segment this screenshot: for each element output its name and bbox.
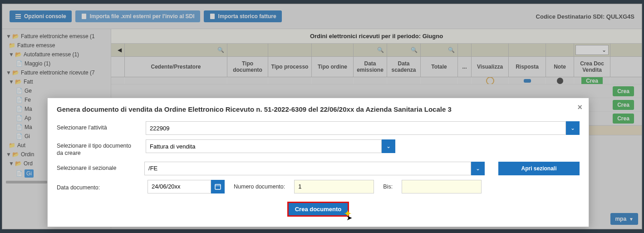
search-icon: 🔍 — [411, 47, 418, 53]
col-dots[interactable]: ... — [458, 57, 472, 77]
label-attivita: Selezionare l'attività — [57, 121, 138, 131]
crea-button[interactable]: Crea — [581, 77, 603, 84]
search-icon: 🔍 — [377, 47, 384, 53]
sdi-code-label: Codice Destinatario SDI: QULXG4S — [536, 13, 634, 20]
close-icon[interactable]: × — [577, 103, 582, 112]
create-document-button[interactable]: Crea documento — [287, 202, 349, 217]
activity-dropdown-button[interactable]: ⌄ — [566, 121, 580, 135]
import-xml-button[interactable]: Importa file .xml esterni per l'invio al… — [75, 10, 200, 22]
file-icon — [209, 13, 216, 20]
activity-select[interactable] — [146, 121, 566, 135]
col-tipo[interactable]: Tipo documento — [227, 57, 268, 77]
chevron-down-icon: ⌄ — [570, 125, 575, 131]
col-tot[interactable]: Totale — [421, 57, 458, 77]
col-note[interactable]: Note — [546, 57, 574, 77]
label-tipodoc: Selezionare il tipo documento da creare — [57, 139, 138, 157]
filter-risp — [509, 44, 546, 56]
tree-ge[interactable]: 📄Ge — [6, 86, 109, 95]
svg-rect-2 — [215, 184, 221, 189]
chevron-down-icon: ⌄ — [476, 165, 480, 172]
label-sezionale: Selezionare il sezionale — [57, 162, 137, 172]
label-date: Data documento: — [57, 181, 138, 191]
filter-ced[interactable]: 🔍 — [125, 44, 227, 56]
bis-input[interactable] — [402, 180, 482, 193]
console-options-label: Opzioni console — [24, 13, 66, 20]
filter-tipo — [227, 44, 268, 56]
filter-note — [546, 44, 574, 56]
console-options-button[interactable]: Opzioni console — [10, 10, 72, 22]
col-proc[interactable]: Tipo processo — [268, 57, 312, 77]
col-ced[interactable]: Cedente/Prestatore — [125, 57, 227, 77]
doc-number-input[interactable] — [294, 180, 374, 193]
import-history-button[interactable]: Importa storico fatture — [204, 10, 282, 22]
label-bis: Bis: — [383, 183, 393, 190]
filter-ord — [312, 44, 354, 56]
open-sectionals-button[interactable]: Apri sezionali — [498, 162, 580, 175]
tree-afe[interactable]: ▼📂Autofatture emesse (1) — [6, 50, 109, 59]
table-header: Cedente/Prestatore Tipo documento Tipo p… — [111, 57, 642, 77]
label-numero: Numero documento: — [234, 183, 285, 190]
col-de[interactable]: Data emissione — [354, 57, 387, 77]
chevron-down-icon: ⌄ — [386, 143, 391, 149]
col-ord[interactable]: Tipo ordine — [312, 57, 354, 77]
col-vis[interactable]: Visualizza — [472, 57, 509, 77]
response-button[interactable] — [524, 79, 531, 83]
filter-de[interactable]: 🔍 — [354, 44, 387, 56]
svg-rect-0 — [82, 14, 86, 19]
doctype-dropdown-button[interactable]: ⌄ — [382, 139, 395, 153]
filter-toggle[interactable]: ◀ — [111, 44, 125, 56]
table-row[interactable]: Crea — [111, 77, 642, 84]
modal-title: Genera documento di vendita da Ordine El… — [57, 105, 580, 113]
menu-icon — [15, 13, 21, 20]
filter-crea[interactable]: ⌄ — [574, 44, 610, 56]
filter-dots — [458, 44, 472, 56]
sectional-select[interactable] — [144, 162, 471, 175]
filter-tot[interactable]: 🔍 — [421, 44, 458, 56]
doc-date-input[interactable] — [147, 180, 211, 193]
file-icon — [81, 13, 87, 20]
filter-ds[interactable]: 🔍 — [387, 44, 421, 56]
calendar-icon — [215, 183, 221, 190]
tree-fee[interactable]: ▼📂Fatture elettroniche emesse (1 — [6, 32, 109, 41]
tree-fem[interactable]: 📁Fatture emesse — [6, 41, 109, 50]
import-history-label: Importa storico fatture — [218, 13, 276, 20]
crea-button[interactable]: Crea — [613, 100, 634, 110]
col-crea[interactable]: Crea Doc Vendita — [574, 57, 610, 77]
tree-fer[interactable]: ▼📂Fatture elettroniche ricevute (7 — [6, 68, 109, 77]
table-row[interactable]: Crea — [111, 84, 642, 98]
sectional-dropdown-button[interactable]: ⌄ — [471, 162, 485, 175]
filter-vis — [472, 44, 509, 56]
import-xml-label: Importa file .xml esterni per l'invio al… — [90, 13, 195, 20]
panel-title: Ordini elettronici ricevuti per il perio… — [111, 29, 642, 44]
calendar-button[interactable] — [211, 180, 225, 193]
create-document-modal: × Genera documento di vendita da Ordine … — [47, 98, 589, 227]
print-button[interactable]: mpa▼ — [610, 213, 638, 225]
col-risp[interactable]: Risposta — [509, 57, 546, 77]
filter-proc — [268, 44, 312, 56]
note-dot-icon[interactable] — [557, 78, 563, 84]
search-icon: 🔍 — [217, 47, 224, 53]
chevron-down-icon: ⌄ — [602, 47, 606, 53]
tree-maggio[interactable]: 📄Maggio (1) — [6, 59, 109, 68]
crea-button[interactable]: Crea — [613, 86, 634, 96]
filter-row: ◀ 🔍 🔍 🔍 🔍 ⌄ — [111, 44, 642, 57]
search-icon: 🔍 — [448, 47, 455, 53]
crea-button[interactable]: Crea — [613, 114, 634, 124]
view-icon[interactable] — [486, 77, 494, 84]
toolbar: Opzioni console Importa file .xml estern… — [2, 4, 642, 29]
tree-fatt[interactable]: ▼📂Fatt — [6, 77, 109, 86]
chevron-down-icon: ▼ — [629, 217, 634, 222]
doctype-select[interactable] — [146, 139, 382, 153]
svg-rect-1 — [210, 14, 215, 19]
col-ds[interactable]: Data scadenza — [387, 57, 421, 77]
